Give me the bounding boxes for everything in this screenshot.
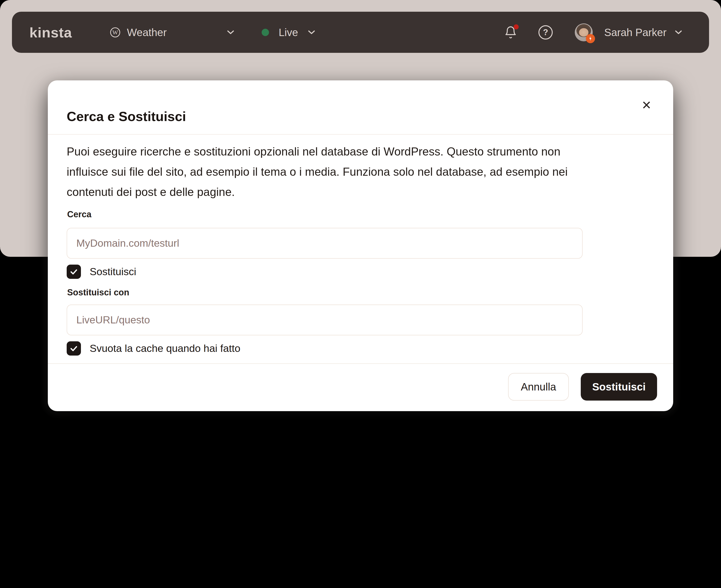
description-line: contenuti dei post e delle pagine.: [67, 182, 568, 202]
cache-checkbox-row: Svuota la cache quando hai fatto: [67, 341, 240, 356]
search-input[interactable]: [67, 228, 583, 259]
replace-checkbox[interactable]: [67, 265, 81, 279]
help-button[interactable]: ?: [538, 25, 553, 40]
search-field-label: Cerca: [67, 209, 92, 220]
live-status-dot: [262, 29, 269, 36]
cache-checkbox-label: Svuota la cache quando hai fatto: [90, 341, 240, 356]
user-menu[interactable]: Sarah Parker: [604, 26, 666, 39]
search-replace-dialog: Cerca e Sostituisci ✕ Puoi eseguire rice…: [48, 80, 673, 411]
header-divider: [48, 134, 673, 134]
chevron-down-icon[interactable]: [308, 30, 315, 35]
close-button[interactable]: ✕: [640, 98, 654, 112]
checkmark-icon: [69, 344, 78, 353]
notifications-button[interactable]: [504, 25, 518, 40]
kinsta-logo: kinsta: [29, 24, 72, 40]
replace-checkbox-label: Sostituisci: [90, 265, 136, 279]
chevron-down-icon[interactable]: [675, 30, 682, 35]
avatar[interactable]: [575, 23, 593, 41]
speed-badge: [586, 34, 595, 43]
dialog-title: Cerca e Sostituisci: [67, 106, 186, 127]
wordpress-w-letter: W: [113, 29, 118, 36]
site-selector[interactable]: Weather: [127, 26, 167, 39]
cancel-button[interactable]: Annulla: [508, 373, 569, 401]
environment-selector[interactable]: Live: [279, 26, 298, 39]
replace-field-label: Sostituisci con: [67, 287, 129, 298]
replace-checkbox-row: Sostituisci: [67, 265, 136, 279]
footer-divider: [48, 363, 673, 364]
dialog-description: Puoi eseguire ricerche e sostituzioni op…: [67, 142, 568, 202]
description-line: Puoi eseguire ricerche e sostituzioni op…: [67, 142, 568, 162]
chevron-down-icon[interactable]: [227, 30, 234, 35]
wordpress-icon: W: [110, 27, 120, 38]
notification-badge: [514, 24, 519, 29]
clear-cache-checkbox[interactable]: [67, 341, 81, 356]
question-mark-icon: ?: [543, 27, 548, 37]
checkmark-icon: [69, 267, 78, 276]
description-line: influisce sui file del sito, ad esempio …: [67, 162, 568, 182]
lightning-bolt-icon: [587, 35, 594, 42]
submit-button[interactable]: Sostituisci: [581, 373, 657, 401]
replace-input[interactable]: [67, 304, 583, 335]
top-navbar: kinsta W Weather Live ?: [12, 12, 709, 53]
app-canvas: kinsta W Weather Live ?: [0, 0, 721, 588]
